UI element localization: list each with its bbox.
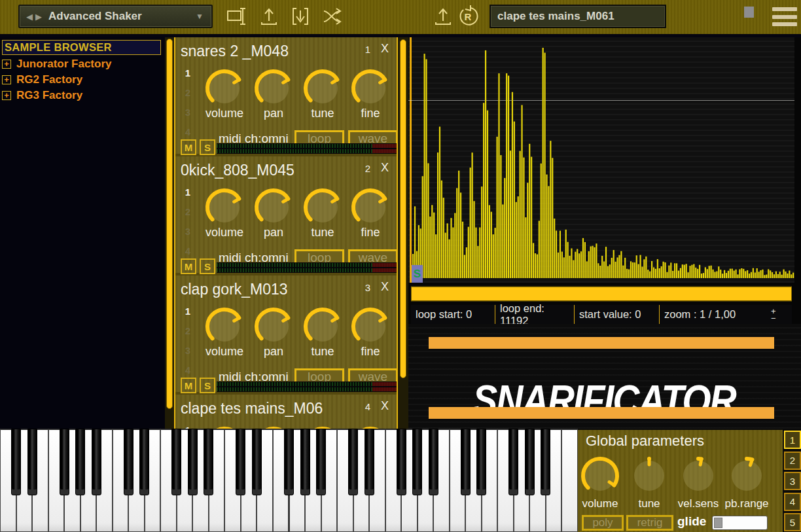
layer-number[interactable]: 3 [183, 345, 192, 356]
page-button[interactable]: 1 [784, 431, 801, 449]
slot-close-button[interactable]: X [381, 161, 389, 175]
reset-icon[interactable]: R [457, 5, 479, 27]
upload-icon[interactable] [258, 5, 280, 27]
knob[interactable] [349, 67, 392, 110]
expand-icon[interactable]: + [2, 75, 11, 84]
preset-prev-icon[interactable]: ◀ [26, 12, 33, 22]
knob[interactable] [677, 454, 720, 497]
knob[interactable] [203, 424, 246, 429]
preset-next-icon[interactable]: ▶ [35, 12, 42, 22]
knob[interactable] [301, 305, 344, 348]
layer-number[interactable]: 1 [183, 67, 192, 79]
expand-icon[interactable]: + [2, 91, 11, 100]
mute-button[interactable]: M [181, 378, 196, 393]
layer-number[interactable]: 2 [183, 325, 192, 336]
sample-name-input[interactable]: clape tes mains_M061 [490, 5, 666, 28]
solo-button[interactable]: S [200, 378, 215, 393]
layer-number[interactable]: 3 [183, 107, 192, 118]
resize-button[interactable] [744, 7, 754, 18]
retrig-button[interactable]: retrig [626, 515, 673, 531]
slots-scrollbar-right[interactable] [398, 37, 408, 429]
layer-number[interactable]: 3 [183, 226, 192, 237]
black-key[interactable] [139, 429, 149, 495]
knob[interactable] [349, 186, 392, 229]
solo-button[interactable]: S [200, 258, 215, 274]
knob[interactable] [349, 305, 392, 348]
black-key[interactable] [204, 429, 213, 495]
page-button[interactable]: 2 [784, 452, 801, 470]
black-key[interactable] [461, 429, 471, 495]
white-key[interactable] [561, 429, 578, 532]
scrollbar-thumb[interactable] [166, 39, 173, 409]
waveform-display[interactable]: S [408, 37, 794, 283]
glide-slider[interactable] [712, 516, 768, 530]
black-key[interactable] [236, 429, 245, 495]
black-key[interactable] [11, 429, 21, 495]
page-button[interactable]: 3 [784, 472, 801, 490]
layer-number[interactable]: 2 [183, 206, 192, 217]
knob[interactable] [628, 454, 671, 497]
black-key[interactable] [252, 429, 262, 495]
download-icon[interactable] [289, 5, 312, 27]
slot-close-button[interactable]: X [381, 280, 389, 294]
start-marker-handle[interactable]: S [412, 265, 423, 283]
black-key[interactable] [397, 429, 406, 495]
glide-slider-handle[interactable] [714, 518, 722, 528]
solo-button[interactable]: S [200, 139, 215, 155]
slots-scrollbar-left[interactable] [165, 37, 174, 429]
slot-close-button[interactable]: X [381, 399, 389, 413]
page-button[interactable]: 4 [784, 493, 801, 511]
scrollbar-thumb[interactable] [411, 287, 792, 301]
export-icon[interactable] [432, 5, 454, 27]
black-key[interactable] [476, 429, 486, 495]
layer-number[interactable]: 2 [183, 87, 192, 98]
scrollbar-thumb[interactable] [400, 39, 406, 378]
preset-selector[interactable]: ◀ ▶ Advanced Shaker ▼ [18, 5, 213, 28]
black-key[interactable] [171, 429, 181, 495]
layer-number[interactable]: 4 [183, 126, 192, 137]
knob[interactable] [301, 424, 344, 429]
wave-hscrollbar[interactable] [411, 286, 792, 302]
black-key[interactable] [92, 429, 101, 495]
black-key[interactable] [60, 429, 69, 495]
black-key[interactable] [412, 429, 422, 495]
black-key[interactable] [508, 429, 518, 495]
browser-item[interactable]: +RG3 Factory [2, 88, 163, 103]
black-key[interactable] [316, 429, 326, 495]
mute-button[interactable]: M [181, 258, 196, 274]
knob[interactable] [578, 454, 622, 497]
knob[interactable] [203, 186, 246, 229]
black-key[interactable] [541, 429, 550, 495]
knob[interactable] [252, 424, 295, 429]
black-key[interactable] [284, 429, 294, 495]
knob[interactable] [203, 305, 246, 348]
layer-number[interactable]: 4 [183, 364, 192, 376]
black-key[interactable] [365, 429, 374, 495]
black-key[interactable] [27, 429, 37, 495]
knob[interactable] [349, 424, 392, 429]
page-button[interactable]: 5 [784, 513, 801, 531]
black-key[interactable] [300, 429, 310, 495]
slot-close-button[interactable]: X [381, 42, 389, 56]
mute-button[interactable]: M [181, 139, 196, 155]
black-key[interactable] [429, 429, 438, 495]
black-key[interactable] [124, 429, 134, 495]
black-key[interactable] [188, 429, 198, 495]
expand-icon[interactable]: + [2, 60, 11, 69]
layer-number[interactable]: 1 [183, 306, 192, 317]
shuffle-icon[interactable] [321, 5, 343, 27]
knob[interactable] [252, 67, 295, 110]
knob[interactable] [301, 186, 344, 229]
layer-number[interactable]: 4 [183, 245, 192, 257]
piano-keyboard[interactable] [0, 429, 578, 532]
browser-item[interactable]: +RG2 Factory [2, 73, 163, 87]
knob[interactable] [725, 454, 768, 497]
menu-icon[interactable] [772, 7, 797, 26]
black-key[interactable] [525, 429, 535, 495]
knob[interactable] [252, 305, 295, 348]
zoom-out-button[interactable]: − [771, 315, 776, 322]
black-key[interactable] [75, 429, 85, 495]
poly-button[interactable]: poly [582, 515, 624, 531]
knob[interactable] [301, 67, 344, 110]
layer-number[interactable]: 1 [183, 186, 192, 198]
